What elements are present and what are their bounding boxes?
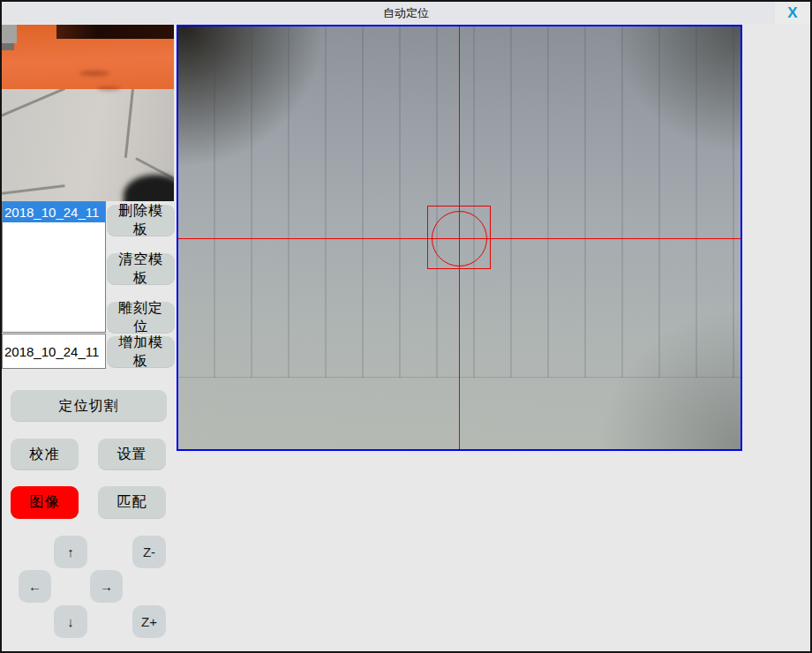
jog-left-button[interactable]: ← bbox=[19, 570, 51, 603]
jog-z-plus-button[interactable]: Z+ bbox=[132, 605, 166, 638]
camera-view[interactable] bbox=[177, 25, 742, 451]
engrave-position-button[interactable]: 雕刻定位 bbox=[107, 302, 175, 334]
up-arrow-icon: ↑ bbox=[67, 544, 74, 559]
delete-template-button[interactable]: 删除模板 bbox=[107, 205, 175, 236]
thumbnail-gray-block bbox=[2, 25, 17, 43]
titlebar: 自动定位 bbox=[2, 2, 810, 24]
calibrate-button[interactable]: 校准 bbox=[11, 439, 79, 470]
jog-z-minus-button[interactable]: Z- bbox=[132, 536, 166, 568]
position-cut-button[interactable]: 定位切割 bbox=[11, 390, 167, 422]
match-region-circle bbox=[432, 211, 487, 266]
window-title: 自动定位 bbox=[2, 2, 810, 24]
add-template-button[interactable]: 增加模板 bbox=[107, 336, 175, 368]
left-arrow-icon: ← bbox=[28, 579, 41, 594]
right-arrow-icon: → bbox=[100, 579, 113, 594]
thumbnail-smudge bbox=[79, 71, 109, 76]
jog-right-button[interactable]: → bbox=[90, 570, 123, 603]
template-name-input[interactable] bbox=[2, 334, 106, 369]
template-list-item[interactable]: 2018_10_24_11 bbox=[3, 202, 105, 222]
close-button[interactable]: X bbox=[775, 2, 810, 24]
settings-button[interactable]: 设置 bbox=[98, 439, 166, 470]
auto-position-dialog: 自动定位 X 2018_10_24_11 删除模板 清空模板 雕刻定位 增加模板… bbox=[0, 0, 812, 653]
close-icon: X bbox=[787, 5, 797, 20]
jog-up-button[interactable]: ↑ bbox=[54, 536, 87, 568]
image-button-active[interactable]: 图像 bbox=[11, 486, 79, 519]
template-list[interactable]: 2018_10_24_11 bbox=[2, 201, 106, 333]
thumbnail-gray-block-shadow bbox=[2, 43, 14, 50]
jog-down-button[interactable]: ↓ bbox=[54, 605, 87, 638]
match-button[interactable]: 匹配 bbox=[98, 486, 166, 519]
clear-templates-button[interactable]: 清空模板 bbox=[107, 253, 175, 285]
thumbnail-smudge bbox=[97, 86, 120, 91]
down-arrow-icon: ↓ bbox=[67, 614, 74, 629]
thumbnail-dark-bar bbox=[56, 25, 174, 39]
template-thumbnail[interactable] bbox=[2, 25, 174, 201]
